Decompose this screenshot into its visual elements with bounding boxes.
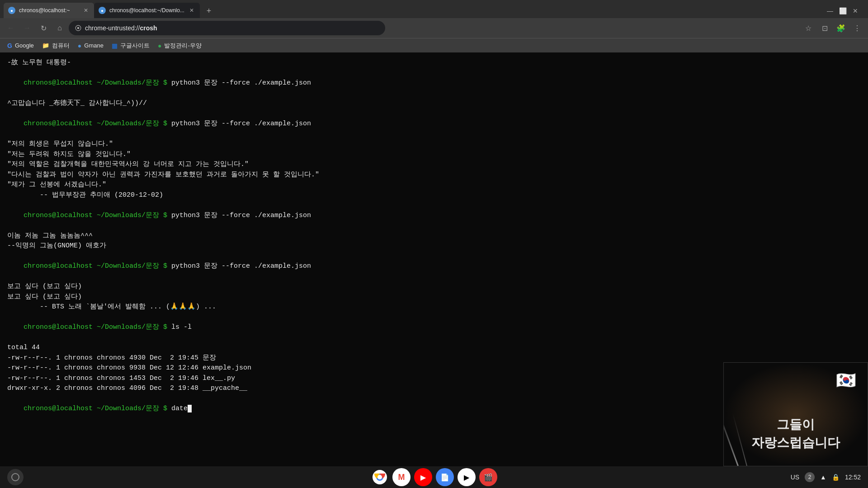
play-app-icon[interactable]: ▶ xyxy=(458,468,476,486)
svg-point-1 xyxy=(77,27,80,29)
terminal[interactable]: -故 노무현 대통령- chronos@localhost ~/Download… xyxy=(0,52,868,466)
prompt-11: chronos@localhost ~/Downloads/문장 $ xyxy=(24,212,167,219)
sites-icon: ▦ xyxy=(112,42,118,49)
term-line-2: chronos@localhost ~/Downloads/문장 $ pytho… xyxy=(7,68,861,99)
bookmarks-bar: G Google 📁 컴퓨터 ● Gmane ▦ 구글사이트 ● 발정관리-우양 xyxy=(0,38,868,52)
prompt-4: chronos@localhost ~/Downloads/문장 $ xyxy=(24,120,167,128)
korean-flag: 🇰🇷 xyxy=(836,370,856,394)
gmane-icon: ● xyxy=(78,42,81,49)
locale-indicator: US xyxy=(791,474,799,481)
tabstrip-button[interactable]: ⊡ xyxy=(817,21,832,35)
browser-chrome: ● chronos@localhost:~ ✕ ● chronos@localh… xyxy=(0,0,868,52)
term-line-total: total 44 xyxy=(7,343,861,353)
prompt-final: chronos@localhost ~/Downloads/문장 $ xyxy=(24,405,167,412)
home-button[interactable]: ⌂ xyxy=(52,21,67,35)
prompt-18: chronos@localhost ~/Downloads/문장 $ xyxy=(24,323,167,331)
extensions-button[interactable]: 🧩 xyxy=(834,21,848,35)
bookmark-google[interactable]: G Google xyxy=(4,40,38,51)
term-line-16: 보고 싶다 (보고 싶다) xyxy=(7,292,861,303)
term-line-3: ^고맙습니다 _布德天下_ 감사합니다_^))// xyxy=(7,99,861,109)
prompt-14: chronos@localhost ~/Downloads/문장 $ xyxy=(24,262,167,270)
lock-icon xyxy=(75,25,81,31)
term-line-14: chronos@localhost ~/Downloads/문장 $ pytho… xyxy=(7,251,861,282)
youtube-app-icon[interactable]: ▶ xyxy=(414,468,432,486)
maximize-button[interactable]: ⬜ xyxy=(837,5,848,16)
docs-icon: 📄 xyxy=(440,473,449,482)
toolbar-right: ☆ ⊡ 🧩 ⋮ xyxy=(801,21,864,35)
forward-button[interactable]: → xyxy=(20,21,34,35)
bookmark-gmane[interactable]: ● Gmane xyxy=(74,40,107,51)
folder-icon: 📁 xyxy=(42,42,49,49)
wifi-icon: ▲ xyxy=(820,474,826,481)
gmail-icon: M xyxy=(398,473,405,482)
tab-2-favicon: ● xyxy=(99,7,106,14)
baljung-icon: ● xyxy=(158,42,161,49)
bookmark-google-sites[interactable]: ▦ 구글사이트 xyxy=(108,40,153,52)
svg-point-4 xyxy=(377,475,382,479)
bookmark-google-label: Google xyxy=(15,42,34,49)
video-content: 🇰🇷 그들이 자랑스럽습니다 xyxy=(724,363,868,466)
tab-2-title: chronos@localhost:~/Downlo... xyxy=(109,7,184,14)
address-bar[interactable]: chrome-untrusted://crosh xyxy=(69,21,385,35)
gmail-app-icon[interactable]: M xyxy=(392,468,410,486)
network-indicator: 2 xyxy=(805,472,815,482)
cmd-11: python3 문장 --force ./example.json xyxy=(167,212,311,219)
video-overlay: 🇰🇷 그들이 자랑스럽습니다 xyxy=(723,362,868,466)
minimize-button[interactable]: — xyxy=(825,5,835,16)
tab-1-close[interactable]: ✕ xyxy=(82,7,90,14)
lock-icon-taskbar: 🔒 xyxy=(832,474,840,481)
term-line-13: --익명의 그놈(GNOME) 애호가 xyxy=(7,241,861,251)
tab-bar: ● chronos@localhost:~ ✕ ● chronos@localh… xyxy=(0,0,868,18)
refresh-button[interactable]: ↻ xyxy=(36,21,51,35)
cmd-final: date xyxy=(167,405,188,412)
term-line-11: chronos@localhost ~/Downloads/문장 $ pytho… xyxy=(7,200,861,231)
close-button[interactable]: ✕ xyxy=(850,5,861,16)
cmd-18: ls -l xyxy=(167,323,192,331)
cmd-4: python3 문장 --force ./example.json xyxy=(167,120,311,128)
tab-1-favicon: ● xyxy=(8,7,15,14)
launcher-button[interactable] xyxy=(7,469,24,485)
clock: 12:52 xyxy=(845,474,861,481)
term-line-17: -- BTS 노래 `봄날'에서 발췌함 ... (🙏🙏🙏) ... xyxy=(7,302,861,313)
term-line-9: "제가 그 선봉에 서겠습니다." xyxy=(7,180,861,190)
tab-2[interactable]: ● chronos@localhost:~/Downlo... ✕ xyxy=(94,3,200,18)
bookmark-baljung[interactable]: ● 발정관리-우양 xyxy=(154,40,205,52)
bookmark-button[interactable]: ☆ xyxy=(801,21,816,35)
term-line-file1: -rw-r--r--. 1 chronos chronos 4930 Dec 2… xyxy=(7,353,861,364)
term-line-6: "저는 두려워 하지도 않을 것입니다." xyxy=(7,150,861,160)
term-line-4: chronos@localhost ~/Downloads/문장 $ pytho… xyxy=(7,109,861,140)
bookmark-baljung-label: 발정관리-우양 xyxy=(164,42,201,50)
video-text2: 자랑스럽습니다 xyxy=(751,433,840,452)
window-controls: — ⬜ ✕ xyxy=(825,5,864,18)
launcher-icon xyxy=(11,473,19,481)
light-ray xyxy=(723,406,739,466)
taskbar: M ▶ 📄 ▶ 🎬 US 2 ▲ 🔒 12:52 xyxy=(0,466,868,488)
term-line-5: "저의 희생은 무섭지 않습니다." xyxy=(7,139,861,150)
address-prefix: chrome-untrusted:// xyxy=(85,24,140,32)
tab-1[interactable]: ● chronos@localhost:~ ✕ xyxy=(4,3,94,18)
chrome-app-icon[interactable] xyxy=(371,468,389,486)
google-icon: G xyxy=(7,42,12,49)
term-line-8: "다시는 검찰과 법이 약자가 아닌 권력과 가진자를 보호했던 과거로 돌아가… xyxy=(7,170,861,180)
menu-button[interactable]: ⋮ xyxy=(850,21,864,35)
bookmark-computer[interactable]: 📁 컴퓨터 xyxy=(38,40,73,52)
address-text: chrome-untrusted://crosh xyxy=(85,24,157,32)
cmd-14: python3 문장 --force ./example.json xyxy=(167,262,311,270)
docs-app-icon[interactable]: 📄 xyxy=(436,468,454,486)
films-app-icon[interactable]: 🎬 xyxy=(479,468,497,486)
term-line-12: 이놈 저놈 그놈 놈놈놈^^^ xyxy=(7,231,861,242)
prompt-2: chronos@localhost ~/Downloads/문장 $ xyxy=(24,79,167,87)
term-line-10: -- 법무부장관 추미애 (2020-12-02) xyxy=(7,190,861,201)
tab-1-title: chronos@localhost:~ xyxy=(19,7,79,14)
cursor xyxy=(188,405,192,412)
back-button[interactable]: ← xyxy=(4,21,18,35)
term-line-15: 보고 싶다 (보고 싶다) xyxy=(7,282,861,292)
bookmark-gmane-label: Gmane xyxy=(84,42,104,49)
address-bold: crosh xyxy=(140,24,157,32)
new-tab-button[interactable]: + xyxy=(202,4,216,18)
term-line-18: chronos@localhost ~/Downloads/문장 $ ls -l xyxy=(7,313,861,343)
bookmark-computer-label: 컴퓨터 xyxy=(52,42,70,50)
tab-2-close[interactable]: ✕ xyxy=(188,7,195,14)
bookmark-sites-label: 구글사이트 xyxy=(120,42,150,50)
term-line-7: "저의 역할은 검찰개혁을 대한민국역사의 강 너머로 지고 가는 것입니다." xyxy=(7,160,861,170)
